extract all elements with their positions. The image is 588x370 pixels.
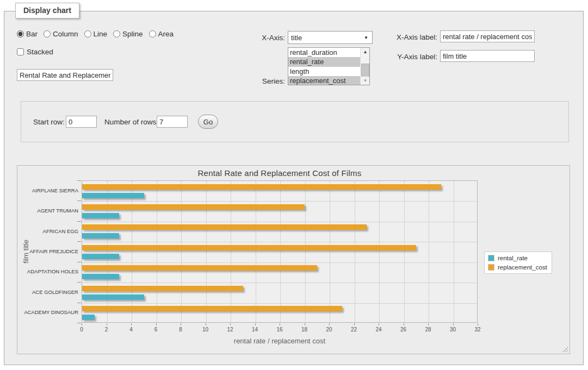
x-axis-tick — [181, 323, 181, 325]
category-label: AIRPLANE SIERRA — [23, 187, 78, 193]
fieldset-legend: Display chart — [15, 3, 79, 18]
gridline-horizontal — [82, 201, 477, 202]
series-option-replacement_cost[interactable]: replacement_cost — [288, 76, 369, 85]
gridline-vertical — [355, 181, 355, 322]
go-button[interactable]: Go — [198, 115, 218, 129]
category-label: AGENT TRUMAN — [23, 208, 78, 214]
category-label: ACADEMY DINOSAUR — [23, 309, 78, 315]
x-axis-tick — [156, 323, 157, 325]
radio-input-bar[interactable] — [17, 30, 24, 37]
bar-replacement-cost — [82, 204, 305, 210]
x-axis-tick — [206, 323, 206, 325]
series-option-rental_duration[interactable]: rental_duration — [288, 48, 369, 57]
y-axis-tick — [77, 303, 81, 303]
x-axis-select[interactable]: title ▼ — [288, 31, 373, 44]
x-axis-tick-label: 14 — [247, 327, 263, 333]
x-axis-tick-label: 24 — [370, 327, 387, 333]
x-axis-tick-label: 0 — [73, 327, 90, 333]
chart-type-radio-column[interactable]: Column — [44, 30, 78, 38]
gridline-horizontal — [82, 222, 477, 222]
series-options: rental_durationrental_ratelengthreplacem… — [288, 48, 369, 85]
gridline-vertical — [132, 181, 132, 322]
chart-type-radio-bar[interactable]: Bar — [17, 30, 38, 38]
chart-type-radio-line[interactable]: Line — [84, 30, 108, 38]
radio-label: Bar — [26, 30, 38, 38]
series-option-rental_rate[interactable]: rental_rate — [288, 57, 369, 66]
bar-replacement-cost — [82, 245, 416, 250]
bar-rental-rate — [82, 274, 119, 279]
x-axis-tick-label: 4 — [123, 327, 139, 333]
category-label: ACE GOLDFINGER — [23, 289, 78, 295]
chart-container: Rental Rate and Replacement Cost of Film… — [17, 165, 570, 354]
stacked-checkbox[interactable] — [17, 48, 24, 55]
chart-plot-area — [82, 180, 478, 323]
series-listbox[interactable]: rental_durationrental_ratelengthreplacem… — [288, 47, 370, 85]
stacked-checkbox-row[interactable]: Stacked — [17, 48, 53, 56]
x-axis-tick-label: 30 — [445, 327, 461, 333]
chart-type-radio-area[interactable]: Area — [149, 30, 174, 38]
number-of-rows-input[interactable] — [157, 116, 188, 128]
x-axis-tick-label: 10 — [197, 327, 214, 333]
bar-replacement-cost — [82, 306, 342, 311]
gridline-vertical — [181, 181, 182, 322]
gridline-vertical — [107, 181, 108, 322]
bar-replacement-cost — [82, 286, 243, 291]
chart-type-radio-group: BarColumnLineSplineArea — [17, 30, 174, 38]
x-axis-label-input[interactable] — [440, 30, 535, 42]
radio-input-spline[interactable] — [113, 30, 120, 37]
gridline-vertical — [157, 181, 157, 322]
y-axis-label-input[interactable] — [440, 50, 535, 62]
category-label: AFRICAN EGG — [23, 228, 78, 234]
gridline-vertical — [404, 181, 405, 322]
radio-input-column[interactable] — [44, 30, 51, 37]
gridline-vertical — [305, 181, 306, 322]
series-listbox-scrollbar[interactable]: ▲ ▼ — [360, 48, 369, 85]
resize-grip-icon[interactable] — [562, 347, 568, 353]
start-row-input[interactable] — [66, 116, 97, 128]
scroll-up-icon[interactable]: ▲ — [361, 48, 370, 56]
legend-label: replacement_cost — [498, 264, 547, 271]
chart-title: Rental Rate and Replacement Cost of Film… — [82, 168, 478, 178]
x-axis-select-label: X-Axis: — [243, 34, 285, 42]
radio-label: Column — [53, 30, 78, 38]
chart-yaxis-title: film title — [22, 227, 30, 276]
y-axis-tick — [77, 241, 81, 242]
x-axis-selected-value: title — [291, 34, 302, 42]
gridline-horizontal — [82, 303, 477, 304]
legend-item-replacement_cost: replacement_cost — [488, 264, 547, 271]
y-axis-tick — [77, 282, 81, 283]
x-axis-tick — [379, 323, 379, 325]
number-of-rows-label: Number of rows: — [104, 118, 158, 126]
series-option-length[interactable]: length — [288, 67, 369, 76]
category-label: ADAPTATION HOLES — [23, 268, 78, 274]
chart-type-radio-spline[interactable]: Spline — [113, 30, 143, 38]
gridline-vertical — [429, 181, 429, 322]
chart-title-input[interactable] — [17, 69, 113, 81]
x-axis-tick — [230, 323, 231, 325]
bar-rental-rate — [82, 294, 144, 300]
x-axis-tick — [131, 323, 132, 325]
x-axis-tick-label: 18 — [296, 327, 313, 333]
bar-rental-rate — [82, 233, 119, 239]
x-axis-tick — [255, 323, 256, 325]
x-axis-tick — [478, 323, 478, 325]
bar-replacement-cost — [82, 265, 317, 271]
radio-input-area[interactable] — [149, 30, 156, 37]
radio-input-line[interactable] — [84, 30, 91, 37]
x-axis-tick-label: 28 — [420, 327, 436, 333]
x-axis-tick — [107, 323, 107, 325]
scroll-down-icon[interactable]: ▼ — [361, 77, 370, 85]
x-axis-tick — [280, 323, 280, 325]
gridline-horizontal — [82, 262, 477, 263]
bar-rental-rate — [82, 193, 144, 198]
category-label: AFFAIR PREJUDICE — [23, 248, 78, 254]
scrollbar-thumb[interactable] — [361, 64, 369, 78]
legend-swatch — [488, 264, 494, 271]
y-axis-label-caption: Y-Axis label: — [387, 53, 437, 61]
x-axis-tick-label: 26 — [395, 327, 412, 333]
y-axis-tick — [77, 221, 81, 222]
bar-rental-rate — [82, 254, 119, 259]
y-axis-tick — [77, 200, 81, 201]
display-chart-fieldset: BarColumnLineSplineArea Stacked X-Axis: … — [4, 11, 584, 365]
row-range-panel: Start row: Number of rows: Go — [21, 101, 569, 142]
